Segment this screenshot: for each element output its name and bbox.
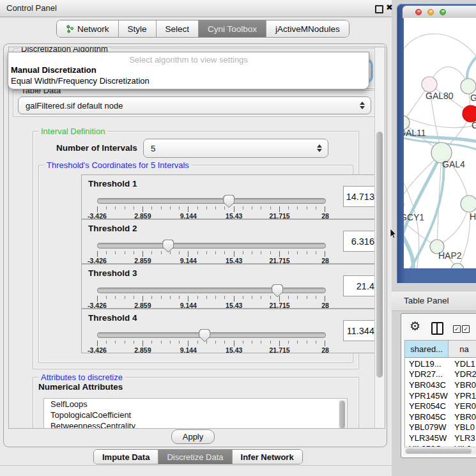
node-bottom-partial[interactable]: [451, 263, 464, 268]
slider-thumb[interactable]: [223, 195, 234, 208]
table-horizontal-scrollbar[interactable]: [404, 447, 476, 454]
table-row[interactable]: YBR043C YBR0: [405, 380, 476, 390]
threshold-value-field[interactable]: 11.344: [343, 320, 379, 341]
cell-name[interactable]: YBR0: [449, 380, 476, 390]
select-none-checkbox-icon[interactable]: ✓: [462, 325, 470, 333]
tab-select[interactable]: Select: [157, 20, 199, 37]
float-window-icon[interactable]: [375, 5, 383, 13]
slider-ruler: [97, 206, 325, 212]
network-window-titlebar: [403, 6, 476, 19]
threshold-value-field[interactable]: 14.713: [343, 186, 379, 207]
numerical-attributes-label: Numerical Attributes: [38, 382, 123, 392]
scrollbar-thumb[interactable]: [339, 401, 345, 429]
cell-name[interactable]: YLR3: [449, 433, 476, 443]
table-row[interactable]: YBR045C YBR0: [405, 411, 476, 422]
threshold-row: Threshold 1 -3.426 2.859 9.144 15.43 21.…: [81, 174, 385, 219]
cell-shared-name[interactable]: YBL079W: [405, 422, 449, 432]
scrollbar-thumb[interactable]: [376, 132, 383, 378]
settings-vertical-scrollbar[interactable]: [374, 47, 385, 428]
cell-shared-name[interactable]: YDR27...: [405, 369, 449, 379]
zoom-traffic-light-icon[interactable]: [440, 9, 446, 15]
cell-name[interactable]: YDR2: [449, 369, 476, 379]
node-right-mid[interactable]: [461, 196, 476, 212]
gear-icon[interactable]: ⚙: [410, 320, 420, 332]
table-row[interactable]: YER054C YER0: [405, 401, 476, 411]
scale-tick-label: 15.43: [226, 346, 242, 354]
tab-network-label: Network: [77, 24, 109, 34]
table-row[interactable]: YLR345W YLR3: [405, 433, 476, 443]
node-top-right[interactable]: [461, 79, 476, 94]
attributes-list-scrollbar[interactable]: [339, 399, 346, 429]
column-header-name[interactable]: na: [449, 341, 476, 358]
attribute-list-item[interactable]: TopologicalCoefficient: [44, 410, 347, 420]
scrollbar-thumb[interactable]: [406, 449, 472, 454]
number-of-intervals-combobox[interactable]: 5: [143, 139, 328, 158]
interval-definition-group: Interval Definition Number of Intervals …: [33, 131, 359, 369]
slider-thumb[interactable]: [272, 284, 283, 297]
screen: Control Panel ✖ Network Style Select Cyn…: [0, 0, 476, 476]
table-row[interactable]: YDL19... YDL1: [405, 358, 476, 369]
panel-divider: [0, 465, 392, 466]
cell-shared-name[interactable]: YPR145W: [405, 391, 449, 401]
network-tree-icon: [66, 25, 74, 33]
cell-shared-name[interactable]: YBR043C: [405, 380, 449, 390]
threshold-value-field[interactable]: 21.4: [343, 275, 379, 296]
algorithm-option-equal-width[interactable]: Equal Width/Frequency Discretization: [11, 76, 150, 86]
node-gal80[interactable]: [422, 77, 437, 92]
cell-name[interactable]: YER0: [449, 401, 476, 411]
tab-cyni-toolbox[interactable]: Cyni Toolbox: [199, 20, 266, 37]
tab-discretize-data[interactable]: Discretize Data: [158, 450, 232, 464]
scale-tick-label: 28: [321, 346, 329, 354]
threshold-slider[interactable]: [97, 243, 326, 249]
cell-shared-name[interactable]: YLR345W: [405, 433, 449, 443]
table-row[interactable]: YPR145W YPR1: [405, 390, 476, 401]
close-traffic-light-icon[interactable]: [415, 9, 422, 15]
threshold-label: Threshold 3: [88, 268, 137, 278]
attribute-list-item[interactable]: SelfLoops: [44, 399, 347, 410]
slider-thumb[interactable]: [199, 329, 210, 342]
tab-network[interactable]: Network: [57, 20, 119, 37]
tab-impute-data[interactable]: Impute Data: [94, 450, 158, 464]
node-attribute-table[interactable]: shared... na YDL19... YDL1 YDR27... YDR2…: [404, 340, 476, 447]
cell-name[interactable]: YDL1: [449, 359, 476, 369]
cell-name[interactable]: YBR0: [449, 412, 476, 422]
table-data-combobox[interactable]: galFiltered.sif default node: [18, 96, 371, 114]
column-header-shared-name[interactable]: shared...: [405, 341, 449, 358]
split-columns-icon[interactable]: [431, 322, 443, 335]
tab-cyni-toolbox-label: Cyni Toolbox: [208, 24, 257, 34]
slider-thumb[interactable]: [162, 240, 174, 252]
table-row[interactable]: YDR27... YDR2: [405, 369, 476, 380]
threshold-slider[interactable]: [97, 288, 326, 293]
table-row[interactable]: YBL079W YBL0: [405, 422, 476, 433]
tab-jactivemnodules[interactable]: jActiveMNodules: [266, 20, 349, 37]
network-graph: GAL80 GA C GAL11 GAL4 GCY1 H HAP2: [404, 18, 476, 268]
table-panel-titlebar: Table Panel: [392, 291, 476, 311]
threshold-label: Threshold 4: [88, 313, 137, 323]
control-panel-tabbar: Network Style Select Cyni Toolbox jActiv…: [56, 20, 349, 38]
tab-style[interactable]: Style: [119, 20, 157, 37]
cell-name[interactable]: YPR1: [449, 391, 476, 401]
threshold-slider[interactable]: [97, 332, 326, 338]
tab-infer-network[interactable]: Infer Network: [233, 450, 302, 464]
select-all-checkbox-icon[interactable]: ✓: [453, 325, 461, 333]
scale-tick-label: -3.426: [88, 346, 107, 354]
tab-impute-data-label: Impute Data: [102, 452, 150, 462]
network-canvas[interactable]: GAL80 GA C GAL11 GAL4 GCY1 H HAP2: [404, 18, 476, 268]
threshold-value-field[interactable]: 6.316: [343, 231, 379, 252]
scale-tick-label: 2.859: [134, 346, 151, 354]
algorithm-popup-placeholder: Select algorithm to view settings: [8, 55, 369, 65]
network-view-window: GAL80 GA C GAL11 GAL4 GCY1 H HAP2: [397, 4, 476, 283]
threshold-slider[interactable]: [97, 198, 326, 204]
table-data-combobox-value: galFiltered.sif default node: [19, 101, 371, 111]
cell-shared-name[interactable]: YBR045C: [405, 412, 449, 422]
cell-name[interactable]: YBL0: [449, 422, 476, 432]
numerical-attributes-list[interactable]: SelfLoopsTopologicalCoefficientBetweenne…: [43, 398, 348, 429]
tab-jactivemnodules-label: jActiveMNodules: [275, 24, 340, 34]
cell-shared-name[interactable]: YER054C: [405, 401, 449, 411]
cell-shared-name[interactable]: YDL19...: [405, 359, 449, 369]
minimize-traffic-light-icon[interactable]: [427, 9, 434, 15]
close-icon[interactable]: ✖: [386, 3, 393, 12]
algorithm-option-manual[interactable]: Manual Discretization: [11, 65, 96, 75]
apply-button[interactable]: Apply: [171, 429, 215, 444]
attribute-list-item[interactable]: BetweennessCentrality: [44, 420, 347, 429]
